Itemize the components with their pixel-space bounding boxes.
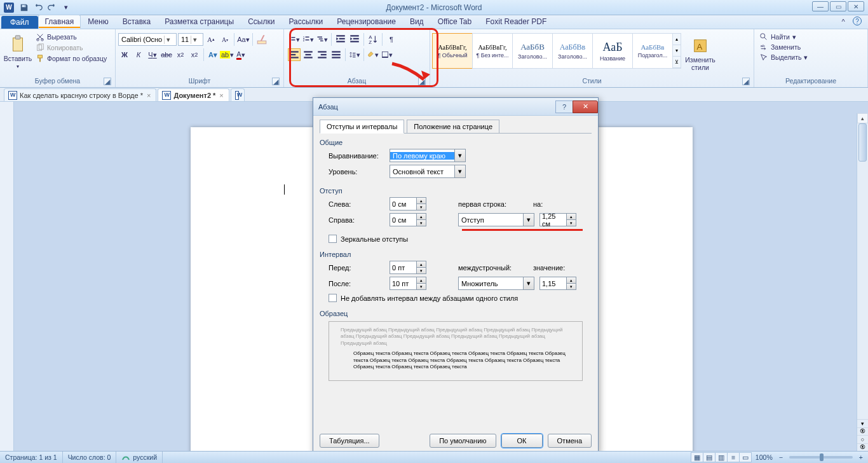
scroll-thumb[interactable] (858, 123, 867, 162)
qat-save-icon[interactable] (18, 2, 31, 13)
status-words[interactable]: Число слов: 0 (63, 452, 117, 463)
align-center-icon[interactable] (302, 48, 315, 61)
line-spacing-at-spinner[interactable]: 1,15▴▾ (539, 277, 576, 290)
shading-icon[interactable]: ▾ (367, 48, 379, 61)
dialog-tab-position[interactable]: Положение на странице (407, 120, 499, 134)
italic-button[interactable]: К (132, 48, 145, 61)
justify-icon[interactable] (330, 48, 342, 61)
tab-officetab[interactable]: Office Tab (431, 15, 479, 29)
zoom-level[interactable]: 100% (752, 453, 776, 461)
multilevel-list-icon[interactable]: ▾ (316, 33, 329, 46)
qat-customize-icon[interactable]: ▾ (60, 2, 72, 13)
scroll-up-icon[interactable]: ▴ (857, 113, 868, 123)
spacing-before-spinner[interactable]: 0 пт▴▾ (390, 261, 426, 274)
styles-expand-icon[interactable]: ⊻ (673, 57, 681, 68)
default-button[interactable]: По умолчанию (430, 434, 496, 448)
tab-view[interactable]: Вид (403, 15, 431, 29)
doc-tab-1[interactable]: Как сделать красную строку в Ворде *× (4, 88, 156, 101)
help-icon[interactable]: ? (853, 17, 862, 25)
first-line-by-spinner[interactable]: 1,25 см▴▾ (539, 213, 576, 226)
style-item-3[interactable]: АаБбВвЗаголово... (552, 33, 593, 69)
font-family-combo[interactable]: Calibri (Осно▾ (118, 33, 177, 46)
close-window-button[interactable]: ✕ (848, 1, 864, 11)
font-launcher-icon[interactable]: ◢ (272, 78, 280, 85)
view-web-icon[interactable]: ▥ (715, 452, 728, 462)
clipboard-launcher-icon[interactable]: ◢ (104, 78, 111, 85)
grow-font-icon[interactable]: A▴ (205, 33, 217, 46)
tab-file[interactable]: Файл (1, 16, 38, 29)
dialog-close-icon[interactable]: ✕ (573, 100, 598, 113)
mirror-indents-checkbox[interactable] (329, 235, 337, 243)
style-item-0[interactable]: АаБбВвГг,¶ Обычный (432, 33, 473, 69)
tab-insert[interactable]: Вставка (116, 15, 158, 29)
close-tab-icon[interactable]: × (147, 92, 151, 99)
tab-mailings[interactable]: Рассылки (281, 15, 330, 29)
cut-button[interactable]: Вырезать (33, 32, 109, 42)
new-doc-tab[interactable] (231, 88, 245, 101)
next-page-icon[interactable]: ⦿ (857, 443, 868, 452)
tabs-button[interactable]: Табуляция... (320, 434, 379, 448)
tab-foxit[interactable]: Foxit Reader PDF (478, 15, 553, 29)
superscript-button[interactable]: x2 (188, 48, 201, 61)
indent-right-spinner[interactable]: 0 см▴▾ (390, 213, 426, 226)
tab-references[interactable]: Ссылки (241, 15, 281, 29)
font-color-icon[interactable]: A▾ (234, 48, 247, 61)
qat-undo-icon[interactable] (32, 2, 44, 13)
qat-redo-icon[interactable] (46, 2, 58, 13)
styles-launcher-icon[interactable]: ◢ (742, 78, 750, 85)
close-tab-icon[interactable]: × (219, 92, 223, 99)
bold-button[interactable]: Ж (118, 48, 131, 61)
scroll-track[interactable] (857, 123, 868, 419)
status-page[interactable]: Страница: 1 из 1 (0, 452, 63, 463)
decrease-indent-icon[interactable] (334, 33, 347, 46)
font-size-combo[interactable]: 11▾ (178, 33, 203, 46)
change-case-icon[interactable]: Aa▾ (237, 33, 250, 46)
ok-button[interactable]: ОК (501, 434, 543, 448)
status-language[interactable]: русский (116, 452, 163, 463)
dialog-tab-indents[interactable]: Отступы и интервалы (320, 120, 404, 134)
numbering-icon[interactable]: 12▾ (302, 33, 315, 46)
indent-left-spinner[interactable]: 0 см▴▾ (390, 197, 426, 211)
style-item-5[interactable]: АаБбВвПодзагол... (632, 33, 673, 69)
scroll-down-icon[interactable]: ▾ (857, 419, 868, 427)
select-button[interactable]: Выделить ▾ (757, 52, 810, 62)
zoom-slider[interactable] (789, 456, 853, 459)
copy-button[interactable]: Копировать (33, 43, 109, 53)
zoom-in-icon[interactable]: + (857, 453, 868, 461)
find-button[interactable]: Найти ▾ (757, 32, 799, 42)
format-painter-button[interactable]: Формат по образцу (33, 53, 109, 64)
subscript-button[interactable]: x2 (174, 48, 187, 61)
styles-scroll-down-icon[interactable]: ▾ (673, 45, 681, 57)
vertical-ruler[interactable] (0, 102, 14, 451)
ribbon-minimize-icon[interactable]: ^ (837, 17, 849, 27)
align-right-icon[interactable] (316, 48, 329, 61)
paste-button[interactable]: Вставить ▾ (3, 31, 33, 73)
browse-object-icon[interactable]: ○ (857, 435, 868, 443)
alignment-combo[interactable]: По левому краю▾ (390, 149, 466, 162)
increase-indent-icon[interactable] (348, 33, 361, 46)
tab-review[interactable]: Рецензирование (330, 15, 403, 29)
sort-icon[interactable]: AZ (367, 33, 379, 46)
styles-scroll-up-icon[interactable]: ▴ (673, 34, 681, 45)
style-item-1[interactable]: АаБбВвГг,¶ Без инте... (472, 33, 513, 69)
line-spacing-icon[interactable]: ▾ (348, 48, 361, 61)
dialog-help-icon[interactable]: ? (555, 100, 573, 113)
tab-layout[interactable]: Разметка страницы (158, 15, 241, 29)
change-styles-button[interactable]: A Изменить стили (681, 33, 719, 75)
text-effects-icon[interactable]: A▾ (207, 48, 219, 61)
underline-button[interactable]: Ч▾ (146, 48, 159, 61)
clear-formatting-icon[interactable] (255, 33, 268, 46)
maximize-button[interactable]: ▭ (830, 1, 846, 11)
paragraph-launcher-icon[interactable]: ◢ (418, 78, 426, 85)
view-full-screen-icon[interactable]: ▤ (703, 452, 715, 462)
view-outline-icon[interactable]: ≡ (727, 452, 740, 462)
line-spacing-combo[interactable]: Множитель▾ (458, 277, 534, 290)
spacing-after-spinner[interactable]: 10 пт▴▾ (390, 277, 426, 290)
view-draft-icon[interactable]: ▭ (739, 452, 752, 462)
level-combo[interactable]: Основной текст▾ (390, 165, 466, 178)
tab-home[interactable]: Главная (38, 15, 81, 29)
borders-icon[interactable]: ▾ (381, 48, 393, 61)
style-item-4[interactable]: АаБНазвание (592, 33, 633, 69)
doc-tab-2[interactable]: Документ2 *× (158, 88, 229, 101)
show-marks-icon[interactable]: ¶ (385, 33, 398, 46)
